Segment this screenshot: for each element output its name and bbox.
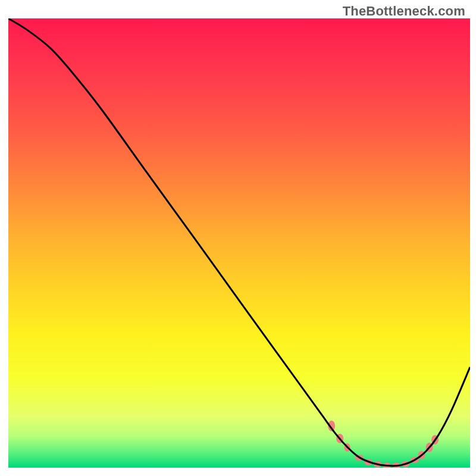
chart-container: TheBottleneck.com (0, 0, 476, 476)
bottleneck-chart (0, 0, 476, 476)
watermark-text: TheBottleneck.com (343, 4, 465, 19)
gradient-background (8, 18, 470, 468)
